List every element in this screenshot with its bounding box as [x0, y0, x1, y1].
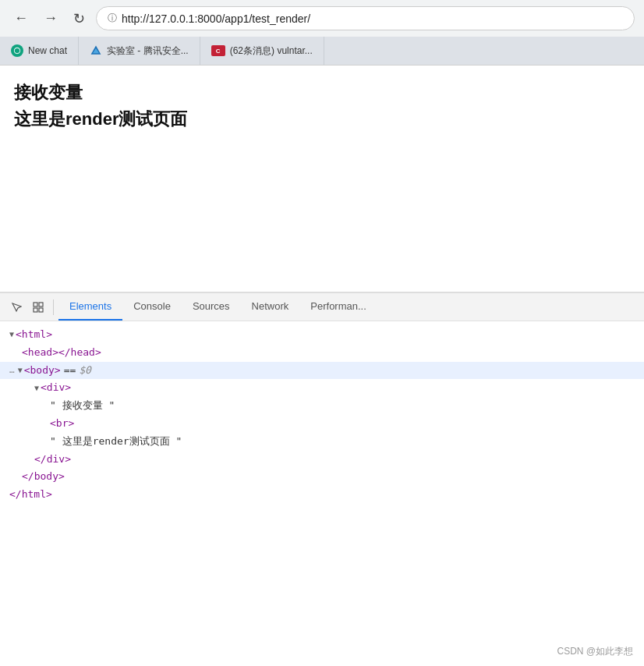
- csdn-watermark: CSDN @如此李想: [557, 645, 633, 658]
- code-line-body-close: </body>: [0, 468, 644, 486]
- code-line-text1: " 接收变量 ": [0, 397, 644, 415]
- address-input[interactable]: ⓘ http://127.0.0.1:8000/app1/test_render…: [96, 6, 635, 30]
- devtools-tab-sources[interactable]: Sources: [182, 293, 241, 321]
- svg-rect-2: [34, 303, 37, 306]
- address-bar-row: ← → ↻ ⓘ http://127.0.0.1:8000/app1/test_…: [0, 0, 644, 37]
- devtools-toolbar: Elements Console Sources Network Perform…: [0, 293, 644, 321]
- devtools-box-btn[interactable]: [28, 299, 48, 316]
- page-area: 接收变量 这里是render测试页面: [0, 66, 644, 292]
- address-text: http://127.0.0.1:8000/app1/test_render/: [122, 12, 310, 25]
- devtools-panel: Elements Console Sources Network Perform…: [0, 292, 644, 619]
- code-line-body: … ▼ <body> == $0: [0, 362, 644, 380]
- tab-tencent[interactable]: 实验室 - 腾讯安全...: [79, 37, 200, 65]
- devtools-tab-elements[interactable]: Elements: [58, 293, 122, 321]
- lock-icon: ⓘ: [108, 12, 117, 25]
- back-button[interactable]: ←: [9, 7, 33, 30]
- browser-chrome: ← → ↻ ⓘ http://127.0.0.1:8000/app1/test_…: [0, 0, 644, 66]
- code-line-html-close: </html>: [0, 486, 644, 504]
- devtools-tab-network[interactable]: Network: [241, 293, 300, 321]
- code-line-div-close: </div>: [0, 451, 644, 469]
- tab-csdn-label: (62条消息) vulntar...: [230, 44, 313, 58]
- tabs-row: New chat 实验室 - 腾讯安全... C (62条消息) vulntar…: [0, 37, 644, 65]
- page-heading: 接收变量: [14, 81, 630, 105]
- devtools-tab-performance[interactable]: Performan...: [299, 293, 377, 321]
- tab-new-chat[interactable]: New chat: [0, 37, 79, 65]
- code-line-head: <head></head>: [0, 344, 644, 362]
- tab-csdn[interactable]: C (62条消息) vulntar...: [200, 37, 324, 65]
- code-line-br: <br>: [0, 415, 644, 433]
- dots-indicator: …: [9, 363, 15, 377]
- reload-button[interactable]: ↻: [69, 7, 90, 30]
- code-line-div: ▼ <div>: [0, 379, 644, 397]
- expand-arrow-div: ▼: [34, 382, 39, 395]
- code-line-html: ▼ <html>: [0, 326, 644, 344]
- expand-arrow-body: ▼: [18, 364, 23, 377]
- tencent-icon: [90, 44, 102, 57]
- devtools-separator: [53, 299, 54, 315]
- tab-tencent-label: 实验室 - 腾讯安全...: [107, 44, 189, 58]
- openai-icon: [11, 44, 23, 57]
- expand-arrow-html: ▼: [9, 328, 14, 341]
- devtools-code-area[interactable]: ▼ <html> <head></head> … ▼ <body> == $0 …: [0, 321, 644, 619]
- devtools-tabs: Elements Console Sources Network Perform…: [58, 293, 377, 321]
- code-line-text2: " 这里是render测试页面 ": [0, 433, 644, 451]
- tab-new-chat-label: New chat: [28, 45, 67, 56]
- devtools-cursor-btn[interactable]: [6, 299, 27, 316]
- svg-rect-3: [39, 303, 43, 306]
- devtools-tab-console[interactable]: Console: [122, 293, 182, 321]
- svg-rect-4: [34, 308, 37, 312]
- csdn-icon: C: [211, 45, 225, 56]
- svg-rect-5: [39, 308, 43, 312]
- forward-button[interactable]: →: [39, 7, 62, 30]
- page-subheading: 这里是render测试页面: [14, 108, 630, 131]
